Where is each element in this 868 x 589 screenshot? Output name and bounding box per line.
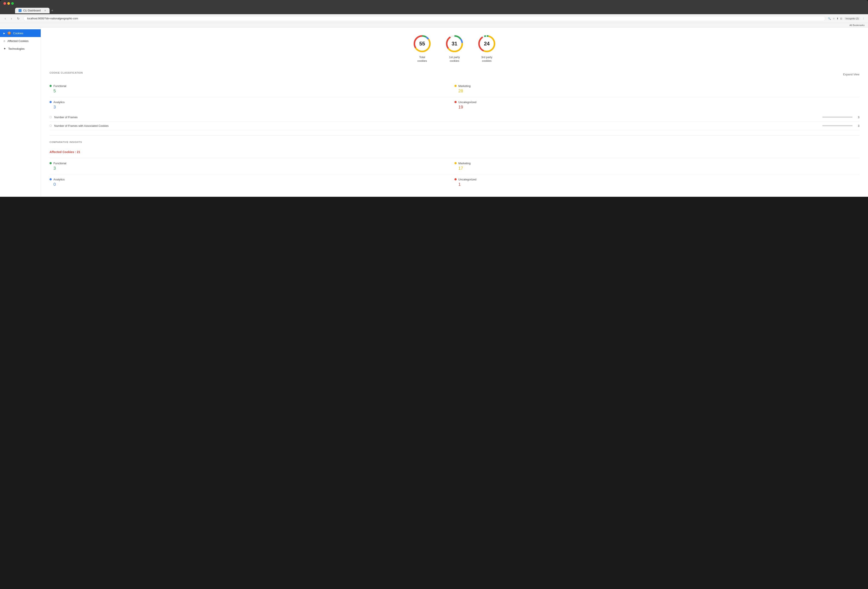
insights-analytics-count: 0 bbox=[50, 182, 455, 187]
insights-uncategorized: Uncategorized 1 bbox=[455, 174, 859, 190]
insights-marketing: Marketing 17 bbox=[455, 158, 859, 174]
affected-cookies-label: Affected Cookies : 21 bbox=[50, 150, 859, 154]
analytics-dot bbox=[50, 101, 52, 103]
functional-label: Functional bbox=[53, 84, 66, 88]
annotation-arrow-up bbox=[0, 40, 1, 54]
navigation-bar: ‹ › ↻ localhost:9000/?dir=nationalgeogra… bbox=[0, 14, 868, 23]
frames-bar-fill-2 bbox=[822, 125, 852, 126]
stats-row: 55 Totalcookies 31 bbox=[50, 34, 859, 63]
insights-functional-label: Functional bbox=[53, 162, 66, 165]
bookmarks-label: All Bookmarks bbox=[849, 24, 865, 27]
uncategorized-dot bbox=[455, 101, 457, 103]
first-party-stat: 31 1st partycookies bbox=[445, 34, 464, 63]
classification-marketing: Marketing 28 bbox=[455, 81, 859, 97]
total-cookies-label: Totalcookies bbox=[418, 56, 427, 63]
insights-uncategorized-label: Uncategorized bbox=[458, 178, 477, 181]
sidebar-item-cookies[interactable]: ▶ 🍪 Cookies bbox=[0, 29, 41, 37]
nav-right-controls: 🔍 ☆ ⬆ ⊡ Incognito (2) ⋮ bbox=[828, 17, 865, 20]
sidebar-affected-cookies-label: Affected Cookies bbox=[7, 40, 28, 43]
first-party-value: 31 bbox=[452, 41, 458, 47]
frames-bar-fill-1 bbox=[822, 117, 852, 118]
insights-uncategorized-dot bbox=[455, 178, 457, 180]
app-container: ▶ 🍪 Cookies ○ Affected Cookies ✦ Technol… bbox=[0, 28, 868, 197]
analytics-label: Analytics bbox=[53, 100, 65, 104]
third-party-label: 3rd partycookies bbox=[481, 56, 492, 63]
annotation-arrow-right-1 bbox=[0, 96, 1, 102]
marketing-label: Marketing bbox=[458, 84, 471, 88]
expand-view-button[interactable]: Expand View bbox=[843, 73, 859, 76]
insights-marketing-label-row: Marketing bbox=[455, 162, 859, 165]
close-button[interactable] bbox=[3, 2, 6, 5]
frames-row-1: Number of Frames 3 bbox=[50, 113, 859, 122]
classification-grid: Functional 5 Marketing 28 bbox=[50, 81, 859, 113]
reload-button[interactable]: ↻ bbox=[16, 16, 21, 21]
insights-functional-label-row: Functional bbox=[50, 162, 455, 165]
frames-count-1: 3 bbox=[855, 116, 859, 119]
cookies-icon: 🍪 bbox=[7, 31, 11, 35]
frames-dot-1 bbox=[50, 116, 52, 118]
frames-label-1: Number of Frames bbox=[54, 116, 820, 119]
functional-count: 5 bbox=[50, 88, 455, 93]
sidebar-technologies-label: Technologies bbox=[8, 47, 25, 50]
first-party-label: 1st partycookies bbox=[449, 56, 460, 63]
new-tab-button[interactable]: + bbox=[50, 7, 55, 14]
functional-label-row: Functional bbox=[50, 84, 455, 88]
insights-functional-count: 3 bbox=[50, 166, 455, 171]
insights-grid: Functional 3 Marketing 17 bbox=[50, 158, 859, 190]
total-cookies-stat: 55 Totalcookies bbox=[412, 34, 432, 63]
cookies-expand-arrow: ▶ bbox=[3, 32, 5, 34]
sidebar-item-technologies[interactable]: ✦ Technologies bbox=[0, 45, 41, 53]
insights-marketing-dot bbox=[455, 162, 457, 164]
comparative-insights-section: COMPARATIVE INSIGHTS Affected Cookies : … bbox=[50, 141, 859, 190]
affected-cookies-icon: ○ bbox=[3, 39, 5, 43]
address-bar[interactable]: localhost:9000/?dir=nationalgeographic-c… bbox=[24, 16, 825, 21]
third-party-value: 24 bbox=[484, 41, 490, 47]
tab-close-button[interactable]: ✕ bbox=[44, 9, 46, 12]
maximize-button[interactable] bbox=[11, 2, 14, 5]
first-party-donut: 31 bbox=[445, 34, 464, 53]
frames-dot-2 bbox=[50, 125, 52, 127]
uncategorized-label: Uncategorized bbox=[458, 100, 477, 104]
uncategorized-count: 19 bbox=[455, 105, 859, 110]
total-cookies-donut: 55 bbox=[412, 34, 432, 53]
insights-uncategorized-count: 1 bbox=[455, 182, 859, 187]
forward-button[interactable]: › bbox=[10, 16, 13, 21]
url-text: localhost:9000/?dir=nationalgeographic-c… bbox=[27, 17, 78, 20]
insights-functional-dot bbox=[50, 162, 52, 164]
insights-analytics-dot bbox=[50, 178, 52, 180]
insights-uncategorized-label-row: Uncategorized bbox=[455, 178, 859, 181]
insights-marketing-count: 17 bbox=[455, 166, 859, 171]
tab-view-icon[interactable]: ⊡ bbox=[840, 17, 842, 20]
classification-title: COOKIE CLASSIFICATION bbox=[50, 71, 83, 74]
menu-icon[interactable]: ⋮ bbox=[862, 17, 865, 20]
sidebar: ▶ 🍪 Cookies ○ Affected Cookies ✦ Technol… bbox=[0, 28, 41, 197]
back-button[interactable]: ‹ bbox=[3, 16, 7, 21]
insights-marketing-label: Marketing bbox=[458, 162, 471, 165]
marketing-count: 28 bbox=[455, 88, 859, 93]
tab-title: CLI Dashboard bbox=[23, 9, 41, 12]
minimize-button[interactable] bbox=[7, 2, 10, 5]
zoom-icon: 🔍 bbox=[828, 17, 831, 20]
analytics-count: 3 bbox=[50, 105, 455, 110]
tab-favicon bbox=[19, 9, 22, 12]
share-icon[interactable]: ⬆ bbox=[837, 17, 838, 20]
sidebar-cookies-label: Cookies bbox=[13, 32, 23, 35]
third-party-stat: 24 3rd partycookies bbox=[477, 34, 496, 63]
main-content: 55 Totalcookies 31 bbox=[41, 28, 868, 197]
insights-analytics-label-row: Analytics bbox=[50, 178, 455, 181]
frames-row-2: Number of Frames with Associated Cookies… bbox=[50, 122, 859, 130]
tab-bar: CLI Dashboard ✕ + bbox=[0, 7, 868, 14]
traffic-lights bbox=[3, 2, 14, 5]
frames-bar-2 bbox=[822, 125, 852, 126]
marketing-dot bbox=[455, 85, 457, 87]
sidebar-item-affected-cookies[interactable]: ○ Affected Cookies bbox=[0, 37, 41, 45]
third-party-donut: 24 bbox=[477, 34, 496, 53]
active-tab[interactable]: CLI Dashboard ✕ bbox=[15, 8, 50, 13]
marketing-label-row: Marketing bbox=[455, 84, 859, 88]
classification-header: COOKIE CLASSIFICATION Expand View bbox=[50, 71, 859, 78]
insights-title: COMPARATIVE INSIGHTS bbox=[50, 141, 82, 143]
insights-header: COMPARATIVE INSIGHTS bbox=[50, 141, 859, 147]
star-icon[interactable]: ☆ bbox=[833, 17, 835, 20]
insights-analytics-label: Analytics bbox=[53, 178, 65, 181]
total-cookies-value: 55 bbox=[419, 41, 425, 47]
